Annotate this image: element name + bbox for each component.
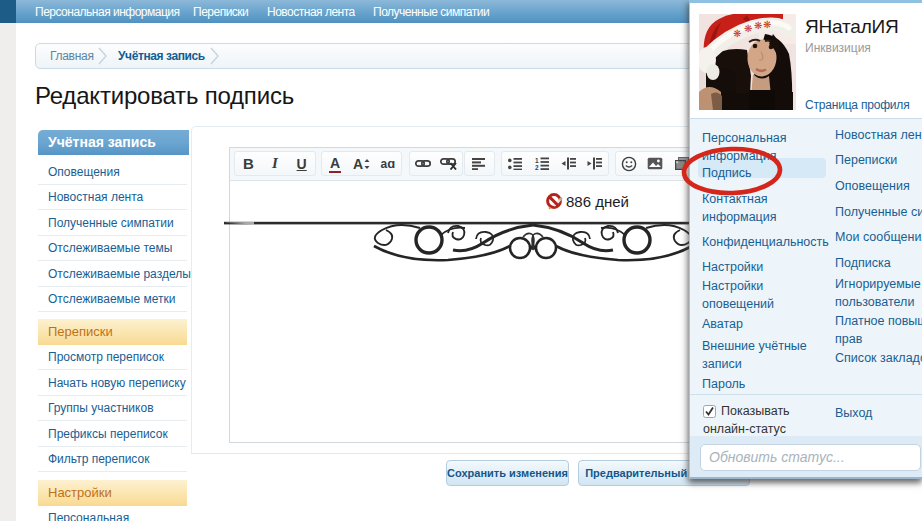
svg-text:❋: ❋	[763, 19, 771, 30]
svg-text:❋: ❋	[733, 28, 741, 39]
svg-text:❋: ❋	[754, 20, 762, 31]
svg-text:❋: ❋	[744, 23, 752, 34]
svg-text:2: 2	[535, 164, 539, 170]
svg-text:1: 1	[535, 157, 539, 164]
